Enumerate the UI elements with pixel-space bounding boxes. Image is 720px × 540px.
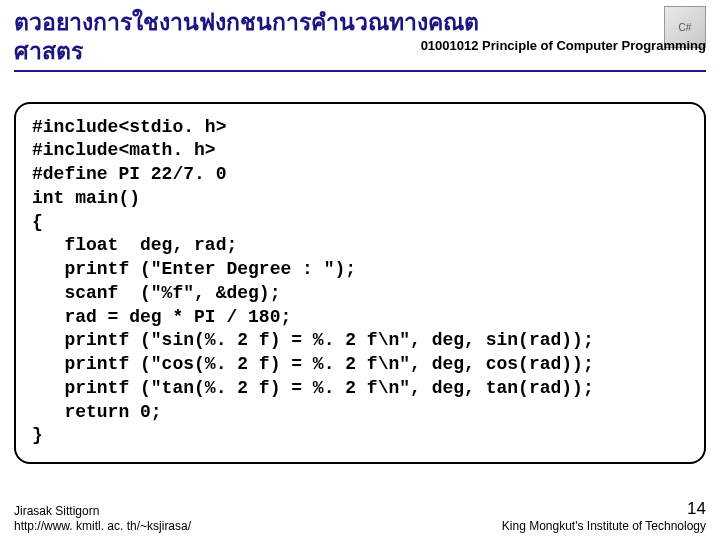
author-url: http://www. kmitl. ac. th/~ksjirasa/ [14,519,191,533]
title-line-2: ศาสตร [14,38,83,64]
author-name: Jirasak Sittigorn [14,504,99,518]
institution-name: King Mongkut's Institute of Technology [502,519,706,533]
course-subtitle: 01001012 Principle of Computer Programmi… [421,38,706,53]
title-line-1: ตวอยางการใชงานฟงกชนการคำนวณทางคณต [14,9,479,35]
footer-left: Jirasak Sittigorn http://www. kmitl. ac.… [14,504,191,534]
code-block: #include<stdio. h> #include<math. h> #de… [14,102,706,465]
footer-right: 14 King Mongkut's Institute of Technolog… [502,498,706,534]
footer: Jirasak Sittigorn http://www. kmitl. ac.… [14,498,706,534]
slide-title: ตวอยางการใชงานฟงกชนการคำนวณทางคณต ศาสตร [14,8,706,66]
slide-number: 14 [687,499,706,518]
header-separator [14,70,706,72]
